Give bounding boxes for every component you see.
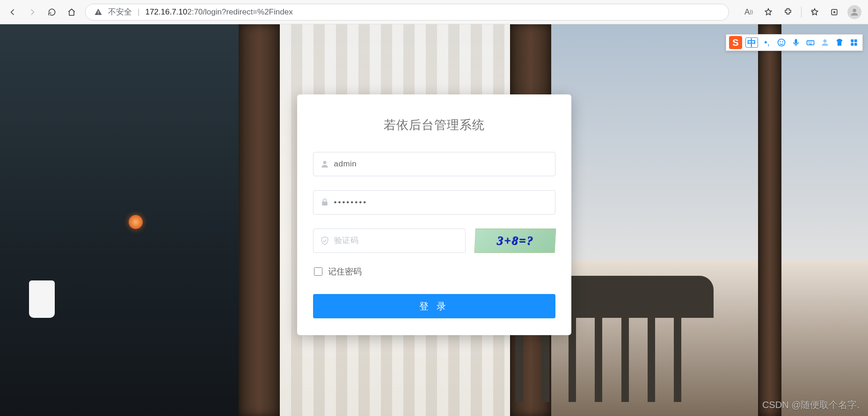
ime-skin-icon[interactable]: [834, 37, 845, 48]
ime-voice-icon[interactable]: [790, 37, 802, 48]
svg-rect-15: [854, 43, 857, 46]
bg-frame-far-right: [758, 24, 781, 416]
svg-rect-12: [851, 39, 853, 42]
svg-rect-5: [322, 201, 328, 205]
svg-point-3: [853, 8, 856, 12]
forward-button[interactable]: [26, 6, 38, 18]
svg-point-6: [778, 39, 785, 46]
ime-keyboard-icon[interactable]: [805, 37, 816, 48]
password-field-wrap: [313, 190, 555, 215]
ime-punct-icon[interactable]: •,: [761, 37, 773, 48]
collections-button[interactable]: [828, 6, 841, 19]
csdn-watermark: CSDN @随便取个名字.: [762, 399, 860, 411]
profile-avatar[interactable]: [847, 5, 861, 19]
insecure-label: 不安全: [108, 7, 132, 17]
bg-frame-left: [239, 24, 280, 416]
bg-light-orb: [129, 215, 143, 229]
ime-lang-toggle[interactable]: 中: [745, 37, 758, 48]
ime-emoji-icon[interactable]: [776, 37, 787, 48]
remember-label[interactable]: 记住密码: [328, 266, 362, 277]
ime-account-icon[interactable]: [819, 37, 831, 48]
ime-toolbox-icon[interactable]: [848, 37, 860, 48]
svg-rect-13: [854, 39, 857, 42]
browser-toolbar: 不安全 | 172.16.7.102:70/login?redirect=%2F…: [0, 0, 868, 24]
svg-point-11: [824, 39, 827, 43]
bg-right-sky: [550, 24, 868, 259]
refresh-button[interactable]: [46, 6, 58, 18]
extensions-button[interactable]: [781, 6, 795, 19]
svg-point-8: [782, 41, 783, 42]
login-button[interactable]: 登 录: [313, 294, 555, 318]
lock-icon: [320, 198, 329, 207]
browser-right-icons: A)): [742, 5, 861, 19]
login-title: 若依后台管理系统: [313, 117, 555, 133]
captcha-field-wrap: [313, 229, 466, 253]
home-button[interactable]: [66, 6, 78, 18]
svg-rect-9: [795, 39, 797, 44]
svg-rect-0: [98, 11, 99, 13]
bg-left-window: [0, 24, 239, 416]
svg-rect-1: [98, 13, 99, 14]
ime-toolbar[interactable]: S 中 •,: [726, 34, 863, 51]
sogou-logo-icon[interactable]: S: [729, 36, 742, 49]
username-input[interactable]: [334, 159, 548, 169]
captcha-image[interactable]: 3+8=?: [474, 229, 556, 253]
svg-point-7: [780, 41, 780, 42]
favorite-add-button[interactable]: [762, 6, 775, 19]
password-input[interactable]: [334, 198, 548, 207]
svg-rect-14: [851, 43, 853, 46]
address-bar[interactable]: 不安全 | 172.16.7.102:70/login?redirect=%2F…: [85, 4, 729, 21]
login-form: 若依后台管理系统 3+8=? 记住密码 登 录: [297, 94, 571, 335]
back-button[interactable]: [7, 6, 19, 18]
address-separator: |: [138, 7, 139, 17]
svg-point-4: [323, 161, 326, 164]
bg-cup: [29, 280, 55, 318]
username-field-wrap: [313, 152, 555, 176]
url-text: 172.16.7.102:70/login?redirect=%2Findex: [145, 7, 292, 17]
remember-checkbox[interactable]: [314, 267, 322, 276]
shield-icon: [320, 236, 329, 245]
toolbar-divider: [801, 7, 802, 18]
read-aloud-button[interactable]: A)): [742, 6, 755, 19]
favorites-button[interactable]: [808, 6, 821, 19]
user-icon: [320, 159, 329, 169]
page-background: 若依后台管理系统 3+8=? 记住密码 登 录 CSDN @: [0, 24, 868, 416]
insecure-icon: [94, 8, 102, 16]
captcha-input[interactable]: [334, 236, 459, 245]
